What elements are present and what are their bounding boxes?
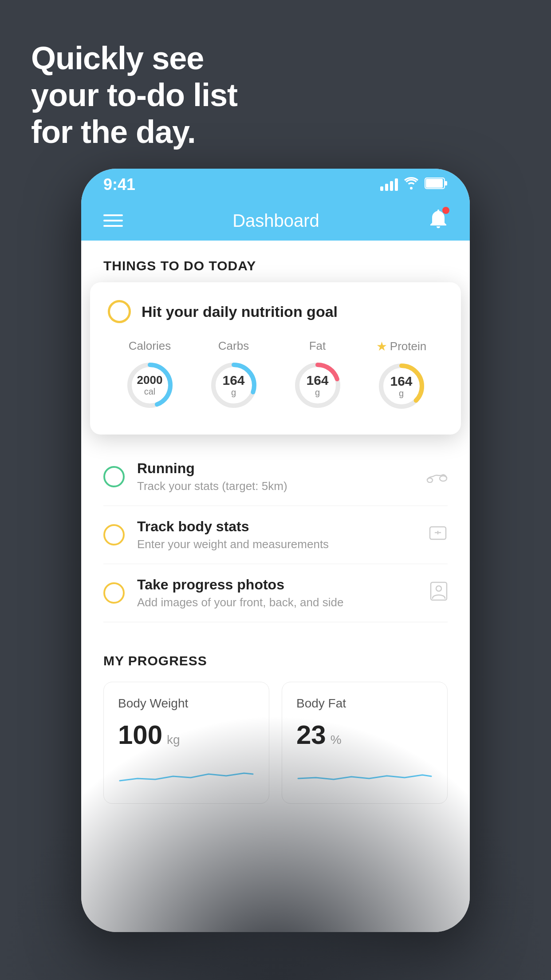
- headline-line1: Quickly see: [31, 40, 237, 77]
- battery-icon: [425, 178, 448, 192]
- body-fat-value: 23: [296, 719, 326, 750]
- protein-ring: 164 g: [375, 360, 428, 412]
- person-icon: [430, 581, 448, 605]
- notification-bell[interactable]: [429, 209, 448, 233]
- body-fat-title: Body Fat: [296, 696, 433, 711]
- body-weight-card[interactable]: Body Weight 100 kg: [103, 682, 269, 804]
- nutrition-card: Hit your daily nutrition goal Calories: [90, 282, 461, 435]
- progress-cards: Body Weight 100 kg Body Fat 23 %: [103, 682, 448, 804]
- protein-star-icon: ★: [376, 339, 387, 354]
- stat-label-protein: ★Protein: [376, 339, 426, 354]
- todo-item-photos[interactable]: Take progress photos Add images of your …: [103, 564, 448, 622]
- svg-point-17: [436, 586, 441, 591]
- running-text: Running Track your stats (target: 5km): [137, 460, 414, 493]
- stat-label-calories: Calories: [129, 339, 171, 353]
- protein-unit: g: [390, 388, 412, 399]
- nav-bar: Dashboard: [81, 201, 470, 241]
- body-stats-name: Track body stats: [137, 518, 416, 535]
- body-weight-value-row: 100 kg: [118, 719, 255, 750]
- wifi-icon: [404, 177, 418, 193]
- stat-label-carbs: Carbs: [218, 339, 249, 353]
- nutrition-stats: Calories 2000 cal: [108, 339, 443, 412]
- headline-line3: for the day.: [31, 114, 237, 150]
- stat-protein: ★Protein 164 g: [375, 339, 428, 412]
- photos-circle: [103, 582, 125, 604]
- phone-frame: 9:41: [81, 169, 470, 932]
- svg-point-12: [440, 476, 447, 481]
- headline: Quickly see your to-do list for the day.: [31, 40, 237, 150]
- running-desc: Track your stats (target: 5km): [137, 479, 414, 493]
- todo-list: Running Track your stats (target: 5km) T…: [81, 448, 470, 622]
- scale-icon: [428, 523, 448, 547]
- stat-fat: Fat 164 g: [291, 339, 344, 412]
- my-progress-section: MY PROGRESS Body Weight 100 kg Body Fat: [81, 631, 470, 804]
- svg-point-11: [427, 478, 433, 482]
- status-time: 9:41: [103, 175, 135, 194]
- photos-desc: Add images of your front, back, and side: [137, 596, 417, 609]
- body-weight-value: 100: [118, 719, 162, 750]
- status-bar: 9:41: [81, 169, 470, 201]
- calories-unit: cal: [137, 387, 163, 397]
- nav-title: Dashboard: [232, 211, 319, 231]
- carbs-ring: 164 g: [208, 359, 260, 411]
- nutrition-card-title: Hit your daily nutrition goal: [142, 303, 338, 320]
- body-fat-card[interactable]: Body Fat 23 %: [282, 682, 448, 804]
- body-fat-sparkline: [296, 761, 433, 787]
- todo-item-running[interactable]: Running Track your stats (target: 5km): [103, 448, 448, 506]
- notification-dot: [442, 207, 449, 214]
- phone-content: THINGS TO DO TODAY Hit your daily nutrit…: [81, 241, 470, 932]
- carbs-value: 164: [222, 373, 244, 387]
- protein-value: 164: [390, 374, 412, 388]
- headline-line2: your to-do list: [31, 77, 237, 114]
- signal-icon: [380, 178, 398, 191]
- fat-ring: 164 g: [291, 359, 344, 411]
- fat-unit: g: [306, 387, 328, 398]
- running-circle: [103, 466, 125, 487]
- body-stats-circle: [103, 524, 125, 545]
- svg-rect-2: [426, 179, 443, 188]
- photos-name: Take progress photos: [137, 577, 417, 593]
- body-stats-text: Track body stats Enter your weight and m…: [137, 518, 416, 551]
- stat-carbs: Carbs 164 g: [208, 339, 260, 412]
- photos-text: Take progress photos Add images of your …: [137, 577, 417, 609]
- body-fat-unit: %: [331, 733, 342, 747]
- todo-item-body-stats[interactable]: Track body stats Enter your weight and m…: [103, 506, 448, 564]
- body-fat-value-row: 23 %: [296, 719, 433, 750]
- calories-ring: 2000 cal: [124, 359, 176, 411]
- calories-value: 2000: [137, 374, 163, 387]
- body-stats-desc: Enter your weight and measurements: [137, 537, 416, 551]
- hamburger-menu[interactable]: [103, 214, 123, 227]
- stat-calories: Calories 2000 cal: [124, 339, 176, 412]
- body-weight-unit: kg: [167, 733, 180, 747]
- running-icon: [426, 467, 448, 487]
- carbs-unit: g: [222, 387, 244, 398]
- status-icons: [380, 177, 448, 193]
- things-today-header: THINGS TO DO TODAY: [81, 241, 470, 278]
- body-weight-sparkline: [118, 761, 255, 787]
- fat-value: 164: [306, 373, 328, 387]
- svg-rect-1: [445, 181, 447, 186]
- running-name: Running: [137, 460, 414, 477]
- my-progress-header: MY PROGRESS: [103, 653, 448, 668]
- stat-label-fat: Fat: [309, 339, 326, 353]
- nutrition-circle-indicator: [108, 300, 131, 323]
- body-weight-title: Body Weight: [118, 696, 255, 711]
